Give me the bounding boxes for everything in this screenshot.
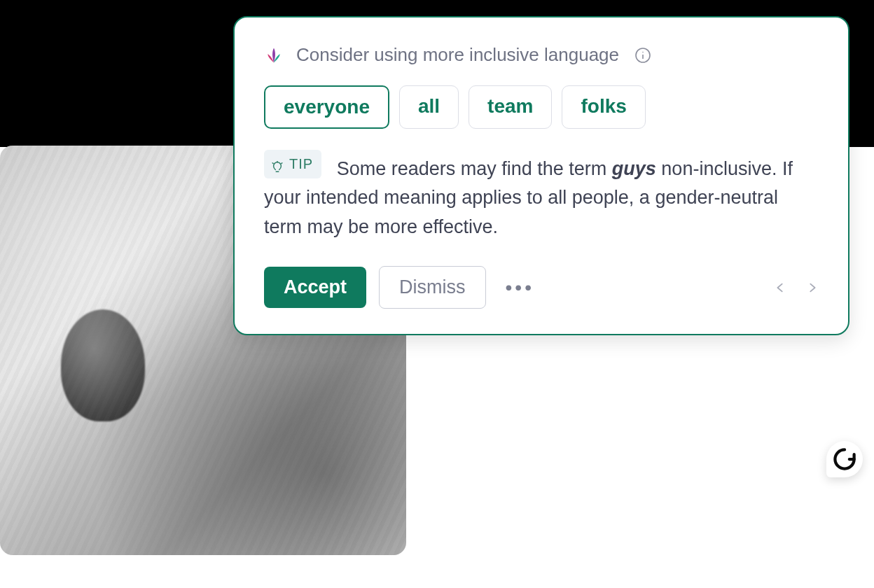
- svg-point-2: [642, 51, 644, 52]
- info-icon[interactable]: [634, 47, 651, 64]
- chevron-left-icon[interactable]: [774, 281, 786, 294]
- chip-folks[interactable]: folks: [562, 85, 645, 129]
- tip-text: TIP Some readers may find the term guys …: [264, 150, 819, 242]
- svg-line-6: [282, 162, 282, 163]
- card-actions: Accept Dismiss •••: [264, 266, 819, 309]
- grammarly-g-icon[interactable]: [826, 441, 863, 477]
- accept-button[interactable]: Accept: [264, 267, 366, 308]
- card-title: Consider using more inclusive language: [296, 44, 619, 66]
- suggestion-chips: everyone all team folks: [264, 85, 819, 129]
- more-icon[interactable]: •••: [499, 271, 541, 304]
- dismiss-button[interactable]: Dismiss: [379, 266, 486, 309]
- lotus-icon: [264, 46, 284, 65]
- chip-team[interactable]: team: [469, 85, 552, 129]
- tip-badge: TIP: [264, 150, 321, 178]
- chip-everyone[interactable]: everyone: [264, 85, 389, 129]
- tip-badge-label: TIP: [289, 153, 313, 175]
- card-header: Consider using more inclusive language: [264, 44, 819, 66]
- tip-before: Some readers may find the term: [337, 158, 612, 179]
- nav-arrows: [774, 281, 819, 294]
- chevron-right-icon[interactable]: [806, 281, 819, 294]
- svg-line-5: [272, 162, 273, 163]
- suggestion-card: Consider using more inclusive language e…: [233, 16, 849, 335]
- tip-highlight: guys: [612, 158, 656, 179]
- chip-all[interactable]: all: [399, 85, 459, 129]
- bulb-icon: [271, 158, 284, 171]
